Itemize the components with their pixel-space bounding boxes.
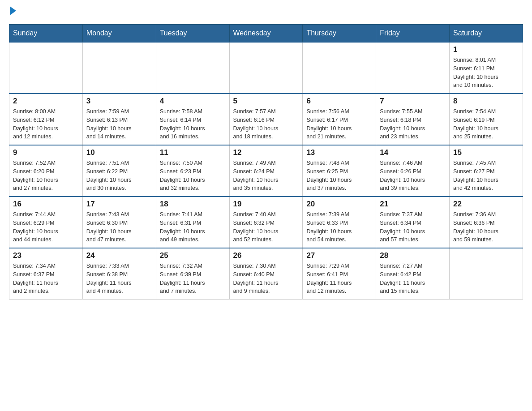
day-info: Sunrise: 7:57 AM Sunset: 6:16 PM Dayligh… xyxy=(233,107,299,141)
day-number: 17 xyxy=(86,200,152,209)
day-number: 11 xyxy=(160,148,226,157)
weekday-header-sunday: Sunday xyxy=(9,25,83,43)
day-info: Sunrise: 7:32 AM Sunset: 6:39 PM Dayligh… xyxy=(160,262,226,295)
calendar-cell: 7Sunrise: 7:55 AM Sunset: 6:18 PM Daylig… xyxy=(376,94,450,145)
day-number: 15 xyxy=(453,148,519,157)
day-number: 20 xyxy=(306,200,372,209)
day-info: Sunrise: 8:01 AM Sunset: 6:11 PM Dayligh… xyxy=(453,56,519,90)
day-number: 23 xyxy=(13,251,79,260)
calendar-cell: 28Sunrise: 7:27 AM Sunset: 6:42 PM Dayli… xyxy=(376,248,450,300)
day-number: 12 xyxy=(233,148,299,157)
logo xyxy=(9,9,16,15)
day-info: Sunrise: 7:43 AM Sunset: 6:30 PM Dayligh… xyxy=(86,210,152,244)
weekday-header-saturday: Saturday xyxy=(450,25,523,43)
day-number: 27 xyxy=(306,251,372,260)
day-number: 1 xyxy=(453,45,519,54)
day-info: Sunrise: 7:37 AM Sunset: 6:34 PM Dayligh… xyxy=(380,210,446,244)
day-info: Sunrise: 7:41 AM Sunset: 6:31 PM Dayligh… xyxy=(160,210,226,244)
day-info: Sunrise: 7:50 AM Sunset: 6:23 PM Dayligh… xyxy=(160,159,226,193)
day-info: Sunrise: 7:30 AM Sunset: 6:40 PM Dayligh… xyxy=(233,262,299,295)
day-info: Sunrise: 7:55 AM Sunset: 6:18 PM Dayligh… xyxy=(380,107,446,141)
logo-arrow-icon xyxy=(10,6,16,15)
weekday-header-thursday: Thursday xyxy=(303,25,376,43)
day-info: Sunrise: 7:54 AM Sunset: 6:19 PM Dayligh… xyxy=(453,107,519,141)
day-number: 16 xyxy=(13,200,79,209)
day-number: 13 xyxy=(306,148,372,157)
calendar-cell: 3Sunrise: 7:59 AM Sunset: 6:13 PM Daylig… xyxy=(82,94,156,145)
day-info: Sunrise: 7:45 AM Sunset: 6:27 PM Dayligh… xyxy=(453,159,519,193)
day-info: Sunrise: 7:49 AM Sunset: 6:24 PM Dayligh… xyxy=(233,159,299,193)
calendar-cell: 5Sunrise: 7:57 AM Sunset: 6:16 PM Daylig… xyxy=(229,94,303,145)
calendar-row-2: 9Sunrise: 7:52 AM Sunset: 6:20 PM Daylig… xyxy=(9,145,523,197)
day-number: 28 xyxy=(380,251,446,260)
calendar-cell: 1Sunrise: 8:01 AM Sunset: 6:11 PM Daylig… xyxy=(450,42,523,94)
day-number: 24 xyxy=(86,251,152,260)
calendar-cell: 16Sunrise: 7:44 AM Sunset: 6:29 PM Dayli… xyxy=(9,197,83,248)
calendar-cell: 21Sunrise: 7:37 AM Sunset: 6:34 PM Dayli… xyxy=(376,197,450,248)
day-info: Sunrise: 7:27 AM Sunset: 6:42 PM Dayligh… xyxy=(380,262,446,295)
calendar-cell: 24Sunrise: 7:33 AM Sunset: 6:38 PM Dayli… xyxy=(82,248,156,300)
calendar-cell: 10Sunrise: 7:51 AM Sunset: 6:22 PM Dayli… xyxy=(82,145,156,197)
day-info: Sunrise: 7:33 AM Sunset: 6:38 PM Dayligh… xyxy=(86,262,152,295)
calendar-row-1: 2Sunrise: 8:00 AM Sunset: 6:12 PM Daylig… xyxy=(9,94,523,145)
calendar-row-0: 1Sunrise: 8:01 AM Sunset: 6:11 PM Daylig… xyxy=(9,42,523,94)
day-number: 7 xyxy=(380,97,446,106)
day-info: Sunrise: 7:51 AM Sunset: 6:22 PM Dayligh… xyxy=(86,159,152,193)
day-number: 19 xyxy=(233,200,299,209)
calendar-cell: 6Sunrise: 7:56 AM Sunset: 6:17 PM Daylig… xyxy=(303,94,376,145)
calendar-cell: 9Sunrise: 7:52 AM Sunset: 6:20 PM Daylig… xyxy=(9,145,83,197)
day-info: Sunrise: 7:52 AM Sunset: 6:20 PM Dayligh… xyxy=(13,159,79,193)
calendar-cell: 26Sunrise: 7:30 AM Sunset: 6:40 PM Dayli… xyxy=(229,248,303,300)
calendar-cell: 19Sunrise: 7:40 AM Sunset: 6:32 PM Dayli… xyxy=(229,197,303,248)
day-number: 21 xyxy=(380,200,446,209)
weekday-header-row: SundayMondayTuesdayWednesdayThursdayFrid… xyxy=(9,25,523,43)
day-info: Sunrise: 7:59 AM Sunset: 6:13 PM Dayligh… xyxy=(86,107,152,141)
calendar-cell: 11Sunrise: 7:50 AM Sunset: 6:23 PM Dayli… xyxy=(156,145,229,197)
day-info: Sunrise: 7:39 AM Sunset: 6:33 PM Dayligh… xyxy=(306,210,372,244)
calendar-cell: 22Sunrise: 7:36 AM Sunset: 6:36 PM Dayli… xyxy=(450,197,523,248)
calendar-cell xyxy=(156,42,229,94)
day-number: 9 xyxy=(13,148,79,157)
day-info: Sunrise: 7:48 AM Sunset: 6:25 PM Dayligh… xyxy=(306,159,372,193)
day-number: 2 xyxy=(13,97,79,106)
calendar-cell: 15Sunrise: 7:45 AM Sunset: 6:27 PM Dayli… xyxy=(450,145,523,197)
calendar-cell: 2Sunrise: 8:00 AM Sunset: 6:12 PM Daylig… xyxy=(9,94,83,145)
calendar-cell: 18Sunrise: 7:41 AM Sunset: 6:31 PM Dayli… xyxy=(156,197,229,248)
calendar-cell xyxy=(229,42,303,94)
calendar-cell: 13Sunrise: 7:48 AM Sunset: 6:25 PM Dayli… xyxy=(303,145,376,197)
calendar-cell: 4Sunrise: 7:58 AM Sunset: 6:14 PM Daylig… xyxy=(156,94,229,145)
calendar-cell: 17Sunrise: 7:43 AM Sunset: 6:30 PM Dayli… xyxy=(82,197,156,248)
calendar-cell: 27Sunrise: 7:29 AM Sunset: 6:41 PM Dayli… xyxy=(303,248,376,300)
day-info: Sunrise: 7:44 AM Sunset: 6:29 PM Dayligh… xyxy=(13,210,79,244)
calendar-row-4: 23Sunrise: 7:34 AM Sunset: 6:37 PM Dayli… xyxy=(9,248,523,300)
calendar-cell xyxy=(303,42,376,94)
day-info: Sunrise: 7:58 AM Sunset: 6:14 PM Dayligh… xyxy=(160,107,226,141)
calendar-cell xyxy=(376,42,450,94)
day-number: 25 xyxy=(160,251,226,260)
day-number: 4 xyxy=(160,97,226,106)
day-number: 14 xyxy=(380,148,446,157)
calendar-cell: 23Sunrise: 7:34 AM Sunset: 6:37 PM Dayli… xyxy=(9,248,83,300)
day-number: 10 xyxy=(86,148,152,157)
weekday-header-friday: Friday xyxy=(376,25,450,43)
day-info: Sunrise: 7:40 AM Sunset: 6:32 PM Dayligh… xyxy=(233,210,299,244)
day-number: 6 xyxy=(306,97,372,106)
day-info: Sunrise: 8:00 AM Sunset: 6:12 PM Dayligh… xyxy=(13,107,79,141)
weekday-header-monday: Monday xyxy=(82,25,156,43)
page-header xyxy=(9,9,523,15)
day-number: 5 xyxy=(233,97,299,106)
calendar-cell: 12Sunrise: 7:49 AM Sunset: 6:24 PM Dayli… xyxy=(229,145,303,197)
day-number: 26 xyxy=(233,251,299,260)
weekday-header-wednesday: Wednesday xyxy=(229,25,303,43)
day-info: Sunrise: 7:46 AM Sunset: 6:26 PM Dayligh… xyxy=(380,159,446,193)
weekday-header-tuesday: Tuesday xyxy=(156,25,229,43)
calendar-cell xyxy=(82,42,156,94)
day-number: 3 xyxy=(86,97,152,106)
day-info: Sunrise: 7:34 AM Sunset: 6:37 PM Dayligh… xyxy=(13,262,79,295)
day-info: Sunrise: 7:29 AM Sunset: 6:41 PM Dayligh… xyxy=(306,262,372,295)
calendar-cell: 8Sunrise: 7:54 AM Sunset: 6:19 PM Daylig… xyxy=(450,94,523,145)
calendar-table: SundayMondayTuesdayWednesdayThursdayFrid… xyxy=(9,24,523,300)
day-info: Sunrise: 7:36 AM Sunset: 6:36 PM Dayligh… xyxy=(453,210,519,244)
calendar-cell: 25Sunrise: 7:32 AM Sunset: 6:39 PM Dayli… xyxy=(156,248,229,300)
calendar-cell xyxy=(450,248,523,300)
